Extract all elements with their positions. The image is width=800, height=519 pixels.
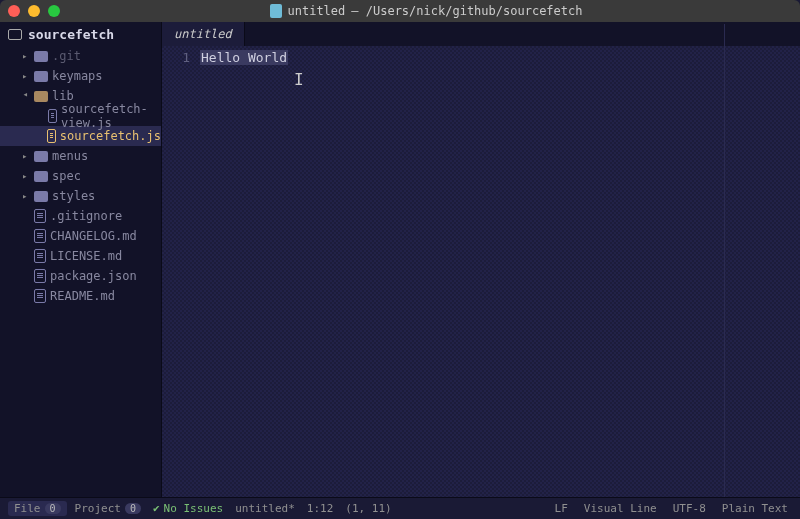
chevron-right-icon: ▾ [21,92,31,100]
filename-text: untitled* [235,502,295,515]
project-icon [8,29,22,40]
title-filename: untitled [288,4,346,18]
cursor-line-text: 1:12 [307,502,334,515]
tree-item-label: CHANGELOG.md [50,229,137,243]
tree-item-label: styles [52,189,95,203]
tree-item-label: sourcefetch.js [60,129,161,143]
file-package-json[interactable]: package.json [0,266,161,286]
status-grammar[interactable]: Plain Text [718,502,792,515]
folder-icon [34,51,48,62]
wrap-mode-text: Visual Line [584,502,657,515]
tree-item-label: README.md [50,289,115,303]
folder-icon [34,91,48,102]
status-wrap-mode[interactable]: Visual Line [580,502,661,515]
check-icon: ✔ [153,502,160,515]
maximize-window-button[interactable] [48,5,60,17]
status-cursor-line[interactable]: 1:12 [303,502,338,515]
folder--git[interactable]: ▸.git [0,46,161,66]
text-cursor-icon: I [294,70,295,86]
minimize-window-button[interactable] [28,5,40,17]
file-icon [34,289,46,303]
folder-spec[interactable]: ▸spec [0,166,161,186]
issues-text: No Issues [164,502,224,515]
encoding-text: UTF-8 [673,502,706,515]
titlebar: untitled — /Users/nick/github/sourcefetc… [0,0,800,22]
folder-icon [34,171,48,182]
file-icon [34,249,46,263]
file-license-md[interactable]: LICENSE.md [0,246,161,266]
tab-label: untitled [174,27,232,41]
tree-item-label: package.json [50,269,137,283]
chevron-right-icon: ▸ [22,171,30,181]
chevron-right-icon: ▸ [22,151,30,161]
status-line-ending[interactable]: LF [551,502,572,515]
file-icon [270,4,282,18]
status-encoding[interactable]: UTF-8 [669,502,710,515]
file-tree: ▸.git▸keymaps▾libsourcefetch-view.jssour… [0,46,161,306]
selected-text: Hello World [200,50,288,65]
tree-item-label: .git [52,49,81,63]
tabs: untitled [162,22,800,46]
chevron-right-icon: ▸ [22,71,30,81]
grammar-text: Plain Text [722,502,788,515]
folder-icon [34,191,48,202]
statusbar: File 0 Project 0 ✔ No Issues untitled* 1… [0,497,800,519]
file--gitignore[interactable]: .gitignore [0,206,161,226]
project-root[interactable]: sourcefetch [0,22,161,46]
file-badge: 0 [45,503,61,514]
file-icon [48,109,57,123]
project-name: sourcefetch [28,27,114,42]
gutter: 1 [162,46,200,497]
file-label: File [14,502,41,515]
folder-styles[interactable]: ▸styles [0,186,161,206]
code-line[interactable]: Hello World [200,48,800,68]
tab-untitled[interactable]: untitled [162,22,245,46]
chevron-right-icon: ▸ [22,191,30,201]
traffic-lights [8,5,60,17]
file-icon [34,269,46,283]
file-icon [34,209,46,223]
window-title: untitled — /Users/nick/github/sourcefetc… [60,4,792,18]
folder-menus[interactable]: ▸menus [0,146,161,166]
tree-item-label: lib [52,89,74,103]
close-window-button[interactable] [8,5,20,17]
file-icon [34,229,46,243]
status-issues[interactable]: ✔ No Issues [149,502,227,515]
cursor-pos-text: (1, 11) [345,502,391,515]
tree-item-label: .gitignore [50,209,122,223]
wrap-guide [724,24,725,497]
line-ending-text: LF [555,502,568,515]
folder-icon [34,151,48,162]
tree-item-label: keymaps [52,69,103,83]
status-file-count[interactable]: File 0 [8,501,67,516]
editor[interactable]: 1 Hello World I [162,46,800,497]
tree-item-label: spec [52,169,81,183]
file-sourcefetch-js[interactable]: sourcefetch.js [0,126,161,146]
code-content[interactable]: Hello World I [200,46,800,497]
project-label: Project [75,502,121,515]
title-path: — /Users/nick/github/sourcefetch [351,4,582,18]
project-badge: 0 [125,503,141,514]
file-readme-md[interactable]: README.md [0,286,161,306]
tree-item-label: LICENSE.md [50,249,122,263]
file-sourcefetch-view-js[interactable]: sourcefetch-view.js [0,106,161,126]
sidebar: sourcefetch ▸.git▸keymaps▾libsourcefetch… [0,22,162,497]
status-project-count[interactable]: Project 0 [71,502,145,515]
status-filename[interactable]: untitled* [231,502,299,515]
status-cursor-pos: (1, 11) [341,502,395,515]
chevron-right-icon: ▸ [22,51,30,61]
folder-keymaps[interactable]: ▸keymaps [0,66,161,86]
file-icon [47,129,56,143]
tree-item-label: menus [52,149,88,163]
tree-item-label: sourcefetch-view.js [61,102,161,130]
file-changelog-md[interactable]: CHANGELOG.md [0,226,161,246]
line-number: 1 [162,48,190,68]
folder-icon [34,71,48,82]
